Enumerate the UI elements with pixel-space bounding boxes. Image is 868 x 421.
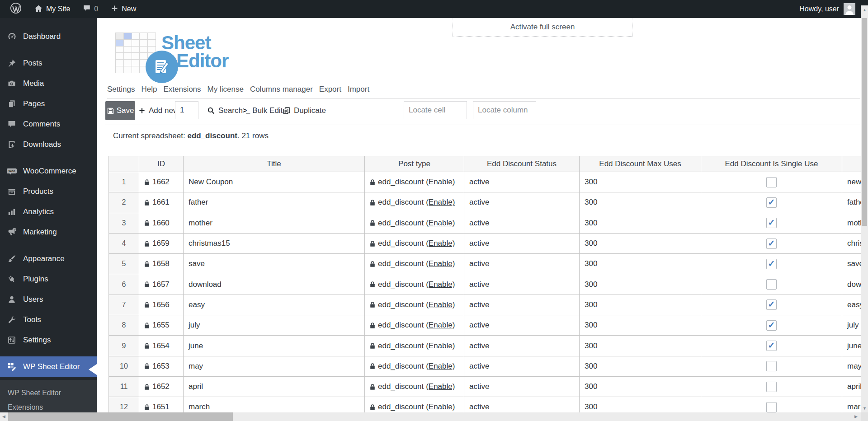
cell-title[interactable]: christmas15 <box>184 234 365 254</box>
submenu-item-wp-sheet-editor[interactable]: WP Sheet Editor <box>0 386 97 400</box>
search-button[interactable]: Search <box>207 101 243 120</box>
enable-link[interactable]: (Enable) <box>426 198 455 207</box>
cell-post-type[interactable]: edd_discount(Enable) <box>365 377 464 397</box>
sidebar-item-wp-sheet-editor[interactable]: WP Sheet Editor <box>0 356 97 377</box>
cell-post-type[interactable]: edd_discount(Enable) <box>365 254 464 274</box>
locate-column-input[interactable] <box>473 101 536 119</box>
sidebar-item-woocommerce[interactable]: WooWooCommerce <box>0 161 97 181</box>
enable-link[interactable]: (Enable) <box>426 178 455 187</box>
cell-title[interactable]: july <box>184 315 365 336</box>
scroll-right-icon[interactable]: ▶ <box>854 415 858 419</box>
vertical-scrollbar-thumb[interactable] <box>862 18 867 226</box>
cell-title[interactable]: mother <box>184 213 365 234</box>
cell-id[interactable]: 1660 <box>139 213 184 234</box>
enable-link[interactable]: (Enable) <box>426 341 455 351</box>
cell-max-uses[interactable]: 300 <box>580 234 701 254</box>
cell-status[interactable]: active <box>464 356 580 377</box>
single-use-checkbox[interactable] <box>766 279 777 290</box>
scroll-up-icon[interactable]: ▲ <box>863 8 867 12</box>
sidebar-item-pages[interactable]: Pages <box>0 94 97 114</box>
single-use-checkbox[interactable]: ✓ <box>766 341 777 351</box>
cell-post-type[interactable]: edd_discount(Enable) <box>365 274 464 295</box>
cell-title[interactable]: march <box>184 397 365 412</box>
sidebar-item-products[interactable]: Products <box>0 181 97 201</box>
cell-status[interactable]: active <box>464 234 580 254</box>
cell-id[interactable]: 1651 <box>139 397 184 412</box>
sidebar-item-tools[interactable]: Tools <box>0 309 97 330</box>
sidebar-item-settings[interactable]: Settings <box>0 330 97 350</box>
single-use-checkbox[interactable] <box>766 402 777 412</box>
sidebar-item-posts[interactable]: Posts <box>0 53 97 73</box>
cell-status[interactable]: active <box>464 315 580 336</box>
cell-post-type[interactable]: edd_discount(Enable) <box>365 397 464 412</box>
sidebar-item-comments[interactable]: Comments <box>0 114 97 134</box>
cell-post-type[interactable]: edd_discount(Enable) <box>365 213 464 234</box>
cell-max-uses[interactable]: 300 <box>580 356 701 377</box>
cell-id[interactable]: 1657 <box>139 274 184 295</box>
cell-max-uses[interactable]: 300 <box>580 254 701 274</box>
activate-fullscreen-link[interactable]: Activate full screen <box>510 23 575 32</box>
sidebar-item-analytics[interactable]: Analytics <box>0 201 97 222</box>
sidebar-item-plugins[interactable]: Plugins <box>0 269 97 289</box>
cell-max-uses[interactable]: 300 <box>580 192 701 213</box>
cell-title[interactable]: easy <box>184 295 365 315</box>
wordpress-menu[interactable] <box>5 0 26 18</box>
add-new-button[interactable]: Add new <box>138 101 179 120</box>
cell-post-type[interactable]: edd_discount(Enable) <box>365 336 464 356</box>
enable-link[interactable]: (Enable) <box>426 382 455 391</box>
cell-status[interactable]: active <box>464 213 580 234</box>
cell-id[interactable]: 1662 <box>139 172 184 192</box>
scroll-left-icon[interactable]: ◀ <box>2 415 5 419</box>
cell-title[interactable]: save <box>184 254 365 274</box>
tab-columns-manager[interactable]: Columns manager <box>250 85 313 94</box>
cell-status[interactable]: active <box>464 295 580 315</box>
horizontal-scrollbar-thumb[interactable] <box>8 412 233 421</box>
save-button[interactable]: Save <box>105 101 135 120</box>
add-count-input[interactable] <box>175 101 198 119</box>
cell-title[interactable]: april <box>184 377 365 397</box>
cell-status[interactable]: active <box>464 336 580 356</box>
cell-id[interactable]: 1658 <box>139 254 184 274</box>
cell-max-uses[interactable]: 300 <box>580 274 701 295</box>
cell-post-type[interactable]: edd_discount(Enable) <box>365 356 464 377</box>
bulk-edit-button[interactable]: >_ Bulk Edit <box>243 101 283 120</box>
cell-id[interactable]: 1655 <box>139 315 184 336</box>
sidebar-item-users[interactable]: Users <box>0 289 97 309</box>
tab-settings[interactable]: Settings <box>107 85 135 94</box>
cell-post-type[interactable]: edd_discount(Enable) <box>365 192 464 213</box>
tab-my-license[interactable]: My license <box>208 85 244 94</box>
single-use-checkbox[interactable]: ✓ <box>766 197 777 208</box>
avatar[interactable] <box>844 3 855 15</box>
cell-post-type[interactable]: edd_discount(Enable) <box>365 172 464 192</box>
cell-id[interactable]: 1652 <box>139 377 184 397</box>
cell-max-uses[interactable]: 300 <box>580 377 701 397</box>
single-use-checkbox[interactable]: ✓ <box>766 239 777 249</box>
single-use-checkbox[interactable] <box>766 177 777 187</box>
cell-max-uses[interactable]: 300 <box>580 172 701 192</box>
cell-title[interactable]: father <box>184 192 365 213</box>
cell-status[interactable]: active <box>464 192 580 213</box>
tab-export[interactable]: Export <box>319 85 341 94</box>
single-use-checkbox[interactable]: ✓ <box>766 259 777 269</box>
enable-link[interactable]: (Enable) <box>426 402 455 412</box>
enable-link[interactable]: (Enable) <box>426 280 455 289</box>
enable-link[interactable]: (Enable) <box>426 300 455 309</box>
cell-max-uses[interactable]: 300 <box>580 336 701 356</box>
cell-title[interactable]: may <box>184 356 365 377</box>
enable-link[interactable]: (Enable) <box>426 321 455 330</box>
cell-status[interactable]: active <box>464 377 580 397</box>
enable-link[interactable]: (Enable) <box>426 219 455 228</box>
duplicate-button[interactable]: Duplicate <box>283 101 326 120</box>
tab-import[interactable]: Import <box>348 85 369 94</box>
howdy-user-link[interactable]: Howdy, user <box>799 5 839 13</box>
single-use-checkbox[interactable]: ✓ <box>766 299 777 310</box>
cell-id[interactable]: 1653 <box>139 356 184 377</box>
single-use-checkbox[interactable] <box>766 382 777 392</box>
cell-id[interactable]: 1659 <box>139 234 184 254</box>
cell-title[interactable]: download <box>184 274 365 295</box>
cell-id[interactable]: 1654 <box>139 336 184 356</box>
cell-post-type[interactable]: edd_discount(Enable) <box>365 315 464 336</box>
cell-id[interactable]: 1661 <box>139 192 184 213</box>
my-site-link[interactable]: My Site <box>30 0 75 18</box>
cell-max-uses[interactable]: 300 <box>580 295 701 315</box>
